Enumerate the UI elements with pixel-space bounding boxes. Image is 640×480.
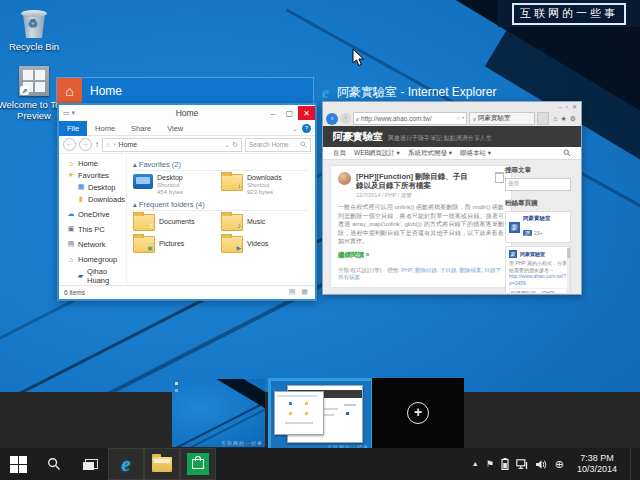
nav-item-homegroup[interactable]: ⌂Homegroup <box>59 253 126 265</box>
site-title[interactable]: 阿豪實驗室 <box>333 126 383 147</box>
search-icon <box>47 457 61 471</box>
nav-item-this-pc[interactable]: ▣This PC <box>59 223 126 235</box>
forward-button[interactable]: → <box>79 138 92 151</box>
site-nav-home[interactable]: 首頁 <box>333 149 346 158</box>
favorites-star-icon[interactable]: ★ <box>560 115 566 123</box>
minimize-button[interactable]: – <box>264 106 281 120</box>
downloads-folder-icon: ▮ <box>77 195 85 203</box>
taskbar-search-button[interactable] <box>36 448 72 480</box>
file-item-videos[interactable]: ▶ Videos <box>221 236 309 253</box>
music-folder-icon: ♪ <box>221 214 243 231</box>
nav-item-favorites[interactable]: ★Favorites <box>59 169 126 181</box>
new-tab-button[interactable] <box>537 112 549 125</box>
ribbon-collapse-icon[interactable]: ⌄ <box>292 124 298 133</box>
url-text: http://www.ahao.com.tw/ <box>361 115 431 122</box>
recycle-bin-icon: ♻ <box>21 8 47 38</box>
desktop-icon-recycle-bin[interactable]: ♻ Recycle Bin <box>2 8 66 52</box>
taskbar-clock[interactable]: 7:38 PM 10/3/2014 <box>571 453 623 475</box>
taskbar-ie-button[interactable]: e <box>108 448 144 480</box>
taskview-ie-title: 阿豪實驗室 - Internet Explorer <box>337 84 496 101</box>
show-desktop-button[interactable] <box>630 448 634 480</box>
nav-item-user[interactable]: ▰Qihao Huang <box>59 265 126 286</box>
breadcrumb-text: Home <box>119 141 138 148</box>
ribbon-tab-share[interactable]: Share <box>123 124 159 133</box>
site-nav-contact[interactable]: 聯絡本站 ▾ <box>460 149 491 158</box>
desktop-1-thumbnail[interactable]: 互联网的一些事 <box>172 379 265 447</box>
minimize-button[interactable]: – <box>558 104 561 110</box>
feed-link[interactable]: http://www.ahao.com.tw/?p=2459 <box>509 273 567 286</box>
site-nav-web[interactable]: WEB網頁設計 ▾ <box>354 149 400 158</box>
ribbon-tab-view[interactable]: View <box>159 124 191 133</box>
file-item-pictures[interactable]: ▣ Pictures <box>133 236 221 253</box>
nav-item-network[interactable]: ▤Network <box>59 238 126 250</box>
ribbon-tab-file[interactable]: File <box>59 120 87 136</box>
breadcrumb[interactable]: ⌂ › Home ⌄ ↻ <box>102 138 242 152</box>
post-excerpt: 一般在程式裡可以用 unlink() 函數將檔案刪除，而 rmdir() 函數則… <box>338 203 504 246</box>
facebook-feed-post[interactable]: 豪 阿豪實驗室 用 PHP 寫的小程式，分享給需要的朋友參考～ http://w… <box>505 246 571 293</box>
post-title[interactable]: [PHP][Function] 刪除目錄、子目錄以及目錄下所有檔案 <box>356 172 474 190</box>
sidebar-fans-title: 粉絲專頁牆 <box>505 199 571 208</box>
task-view-button[interactable] <box>72 448 108 480</box>
facebook-page-name[interactable]: 阿豪實驗室 <box>523 215 551 221</box>
desktop-2-thumbnail-selected[interactable]: 互联网的一些事 <box>268 378 374 454</box>
battery-icon[interactable] <box>501 458 509 470</box>
nav-item-desktop[interactable]: ▦Desktop <box>59 181 126 193</box>
ribbon-tab-home[interactable]: Home <box>87 124 123 133</box>
clock-time: 7:38 PM <box>571 453 623 464</box>
taskview-explorer-thumbnail[interactable]: Home ▭ ▾ – ▢ ✕ File Home Share View ⌄ ? … <box>57 103 317 301</box>
group-header-frequent[interactable]: ▴ Frequent folders (4) <box>133 200 309 211</box>
maximize-button[interactable]: ▫ <box>566 104 568 110</box>
view-toggle-icons[interactable]: ▤ ▦ <box>289 288 310 296</box>
search-placeholder: Search Home <box>249 141 289 148</box>
file-explorer-icon <box>152 457 172 472</box>
feed-scrollbar[interactable] <box>567 247 570 293</box>
help-icon[interactable]: ? <box>302 124 311 133</box>
taskview-ie-thumbnail[interactable]: – ▫ ✕ ‹ › e http://www.ahao.com.tw/ ⌕ ▾ … <box>322 101 582 295</box>
url-field[interactable]: e http://www.ahao.com.tw/ ⌕ ▾ <box>353 112 467 125</box>
internet-explorer-icon: e <box>122 453 131 476</box>
volume-icon[interactable] <box>536 459 548 470</box>
mini-welcome-icon <box>175 389 178 392</box>
settings-gear-icon[interactable]: ⚙ <box>570 115 576 123</box>
back-button[interactable]: ‹ <box>326 113 338 125</box>
action-center-flag-icon[interactable]: ⚑ <box>486 459 494 469</box>
start-button[interactable] <box>0 448 36 480</box>
homegroup-icon: ⌂ <box>67 256 75 263</box>
network-icon[interactable] <box>516 459 529 470</box>
close-button[interactable]: ✕ <box>298 106 315 120</box>
nav-item-onedrive[interactable]: ☁OneDrive <box>59 208 126 220</box>
feed-shared-title[interactable]: 阿豪實驗室 – [PHP][Function] 刪除目錄、子目錄以及目錄下所有檔… <box>509 288 567 293</box>
site-search-icon[interactable] <box>563 149 571 157</box>
nav-item-home[interactable]: ⌂Home <box>59 157 126 169</box>
file-item-documents[interactable]: ≡ Documents <box>133 214 221 231</box>
documents-folder-icon: ≡ <box>133 214 155 231</box>
file-item-downloads[interactable]: ↓ Downloads Shortcut 923 bytes <box>221 174 309 196</box>
add-desktop-button[interactable]: + <box>372 378 464 448</box>
clock-date: 10/3/2014 <box>571 464 623 475</box>
file-item-music[interactable]: ♪ Music <box>221 214 309 231</box>
taskbar-explorer-button[interactable] <box>144 448 180 480</box>
file-item-desktop[interactable]: Desktop Shortcut 454 bytes <box>133 174 221 196</box>
input-indicator-icon[interactable]: ⊕ <box>555 459 564 469</box>
sidebar-search-input[interactable]: 搜尋 <box>505 178 571 191</box>
nav-item-downloads[interactable]: ▮Downloads <box>59 193 126 205</box>
back-button[interactable]: ← <box>63 138 76 151</box>
url-tools-icons[interactable]: ⌕ ▾ <box>457 115 465 122</box>
archive-icon <box>495 172 504 183</box>
taskview-explorer-header[interactable]: ⌂ Home <box>57 78 313 103</box>
maximize-button[interactable]: ▢ <box>281 106 298 120</box>
close-button[interactable]: ✕ <box>572 103 577 110</box>
forward-button[interactable]: › <box>340 113 351 124</box>
explorer-search-input[interactable]: Search Home <box>245 138 311 152</box>
home-icon[interactable]: ⌂ <box>553 115 557 123</box>
browser-tab[interactable]: e 阿豪實驗室 <box>469 112 535 125</box>
site-nav-dev[interactable]: 系統程式開發 ▾ <box>408 149 452 158</box>
up-button[interactable]: ↑ <box>95 140 99 149</box>
read-more-link[interactable]: 繼續閱讀 » <box>338 251 504 260</box>
taskbar-store-button[interactable] <box>180 448 216 480</box>
facebook-like-button[interactable]: 讚 <box>523 230 532 236</box>
show-hidden-icons-button[interactable]: ▲ <box>472 459 479 469</box>
watermark-banner: 互联网的一些事 <box>498 0 640 27</box>
group-header-favorites[interactable]: ▴ Favorites (2) <box>133 160 309 171</box>
system-tray: ▲ ⚑ ⊕ 7:38 PM 10/3/2014 <box>472 448 640 480</box>
